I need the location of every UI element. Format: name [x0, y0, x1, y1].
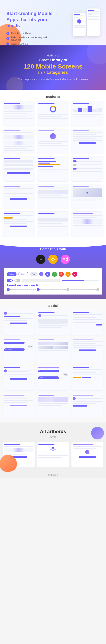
phone-line	[74, 17, 78, 18]
chip-gray[interactable]: Tag	[30, 272, 38, 276]
social-screens-grid: Hello! Hi there How are you?	[2, 310, 104, 418]
phone-circle	[77, 19, 82, 24]
phone-line	[74, 25, 85, 26]
dash-connector	[17, 285, 21, 286]
compatible-section: Compatible with F ◇ Xd Button Button Tag…	[0, 241, 106, 299]
dot-active	[7, 284, 8, 286]
phone-mock-2	[87, 8, 100, 36]
check-icon-btn[interactable]: ✓	[52, 272, 57, 277]
phone-mock-1	[73, 13, 86, 36]
input-mock-1[interactable]	[22, 279, 60, 282]
screen-card-b6	[71, 128, 104, 154]
dash-connector	[31, 285, 35, 286]
business-screens	[0, 101, 106, 241]
toggle-on-1[interactable]	[7, 279, 13, 282]
play-icon-btn[interactable]: ▶	[45, 272, 50, 277]
ui-row-2	[7, 279, 99, 282]
phone-line	[88, 10, 94, 10]
svg-rect-0	[50, 448, 52, 450]
screen-card-b1	[2, 101, 35, 126]
artboards-screens-grid	[2, 442, 104, 468]
flow-diagram-icon	[50, 447, 56, 453]
step-3: 3	[66, 288, 69, 291]
screen-card-b10	[2, 184, 35, 209]
check-icon-2: ✓	[6, 37, 9, 40]
svg-line-5	[52, 449, 52, 450]
phone-bar	[88, 19, 99, 20]
xd-icon: Xd	[61, 255, 70, 264]
banner-desc: That help you communicate & present effe…	[6, 78, 100, 81]
screen-card-b15	[71, 211, 104, 237]
screen-card-b13	[2, 211, 35, 237]
chip-filled[interactable]: Button	[7, 272, 16, 276]
hero-feature-3: ✓ Saves your time	[6, 42, 53, 46]
dots-row-1	[7, 284, 99, 286]
hero-features: ✓ Flexible User Flows ✓ Fully crafted co…	[6, 32, 53, 46]
hero-section: Start creating Mobile Apps that fits you…	[0, 0, 106, 46]
progress-bar	[62, 280, 99, 281]
phone-line	[74, 16, 85, 16]
svg-line-6	[54, 448, 54, 449]
artboards-subtitle: Start	[2, 435, 104, 438]
screen-card-b3	[71, 101, 104, 126]
step-line	[40, 290, 66, 290]
dot-1	[14, 284, 16, 286]
watermark-text: gfx.tra.com	[48, 474, 58, 476]
hero-feature-1: ✓ Flexible User Flows	[6, 32, 53, 35]
hero-text: Start creating Mobile Apps that fits you…	[6, 8, 53, 46]
screen-card-b5	[37, 128, 69, 154]
screen-card-b8	[37, 156, 69, 182]
banner-highlight: 120 Mobile Screens	[6, 63, 100, 70]
svg-line-4	[52, 448, 52, 449]
screen-card-b14	[37, 211, 69, 237]
screen-card-s7	[2, 365, 35, 391]
svg-line-7	[54, 449, 54, 450]
phone-line	[88, 18, 99, 18]
banner-sub: HotBlocks	[6, 54, 100, 57]
close-icon-btn[interactable]: ✕	[59, 272, 64, 277]
screen-card-b9	[71, 156, 104, 182]
screen-card-b7	[2, 156, 35, 182]
step-1: 1	[7, 288, 10, 291]
artboards-title: All artbords	[2, 429, 104, 434]
watermark: gfx.tra.com	[0, 472, 106, 478]
phone-line	[88, 14, 92, 15]
step-4: 4	[96, 288, 99, 291]
screen-card-s2	[37, 310, 69, 336]
screen-card-s6	[71, 338, 104, 363]
step-2: 2	[37, 288, 40, 291]
screen-card-b12	[71, 184, 104, 209]
dot-inactive-1	[22, 284, 23, 286]
figma-icon: F	[36, 255, 45, 264]
heart-icon-btn[interactable]: ♥	[72, 272, 78, 277]
step-row: 1 2 3 4	[7, 288, 99, 291]
artboard-card-2	[37, 442, 69, 468]
star-icon-btn[interactable]: ★	[66, 272, 70, 277]
screen-card-s12	[71, 393, 104, 418]
toggle-off-1[interactable]	[14, 279, 20, 282]
artboard-blob-purple	[91, 427, 104, 440]
screen-card-b4	[2, 128, 35, 154]
dot-inactive-2	[29, 284, 30, 286]
screen-card-b11	[37, 184, 69, 209]
svg-rect-3	[54, 448, 56, 450]
phone-line	[88, 13, 99, 14]
hero-feature-2: ✓ Fully crafted components very well org…	[6, 36, 53, 41]
ui-row-1: Button Button Tag ▶ ✓ ✕ ★ ♥	[7, 272, 99, 277]
check-icon-3: ✓	[6, 42, 9, 46]
chip-outline[interactable]: Button	[18, 272, 28, 276]
screen-card-b2	[37, 101, 69, 126]
social-label: Social	[0, 299, 106, 310]
svg-rect-1	[52, 447, 54, 448]
artboard-card-3	[71, 442, 104, 468]
progress-fill	[62, 280, 84, 281]
screen-card-s11	[37, 393, 69, 418]
wave-top	[0, 241, 106, 248]
hero-title: Start creating Mobile Apps that fits you…	[6, 10, 53, 29]
phone-bar	[74, 26, 85, 28]
screen-card-s1	[2, 310, 35, 336]
social-screens: Hello! Hi there How are you?	[0, 310, 106, 422]
ui-components: Button Button Tag ▶ ✓ ✕ ★ ♥	[4, 268, 102, 294]
dash-connector	[24, 285, 28, 286]
check-icon-1: ✓	[6, 32, 9, 35]
